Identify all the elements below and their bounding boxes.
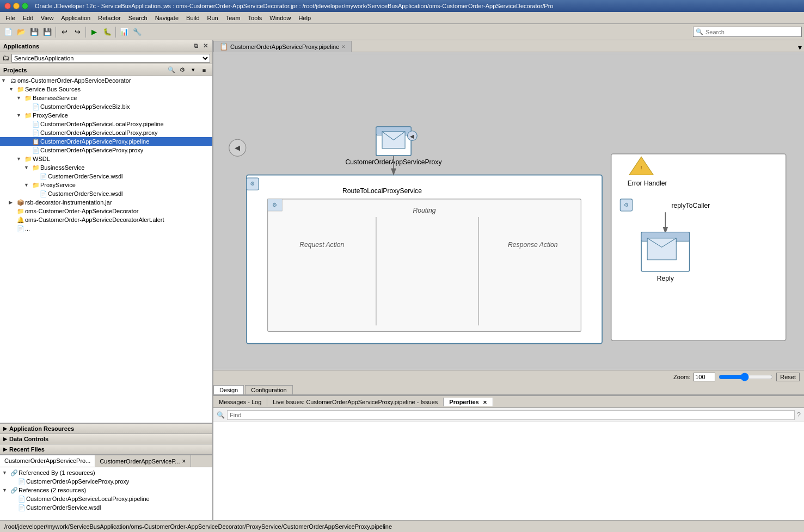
ref-by-header[interactable]: ▼ 🔗 Referenced By (1 resources) xyxy=(1,468,211,477)
tree-item[interactable]: 📄CustomerOrderAppServiceLocalProxy.proxy xyxy=(0,128,212,137)
menu-application[interactable]: Application xyxy=(58,14,94,22)
toolbar-save[interactable]: 💾 xyxy=(28,26,40,38)
svg-text:Routing: Routing xyxy=(413,207,436,214)
editor-tab-pipeline[interactable]: 📋 CustomerOrderAppServiceProxy.pipeline … xyxy=(213,41,352,52)
tree-item[interactable]: 📋CustomerOrderAppServiceProxy.pipeline xyxy=(0,137,212,146)
zoom-slider[interactable] xyxy=(719,373,773,381)
toolbar-extra2[interactable]: 🔧 xyxy=(131,26,143,38)
bottom-tab-properties[interactable]: Properties ✕ xyxy=(444,398,493,406)
data-controls-section[interactable]: ▶ Data Controls xyxy=(0,434,212,444)
tree-expander: ▶ xyxy=(9,200,16,205)
tree-label: CustomerOrderAppServiceLocalProxy.pipeli… xyxy=(40,121,164,127)
projects-settings-btn[interactable]: ⚙ xyxy=(177,65,187,75)
recent-files-expand-icon: ▶ xyxy=(3,447,7,452)
zoom-reset-button[interactable]: Reset xyxy=(776,373,800,381)
tree-item[interactable]: 📄CustomerOrderAppServiceProxy.proxy xyxy=(0,146,212,154)
find-input[interactable] xyxy=(227,410,795,420)
toolbar-save-all[interactable]: 💾 xyxy=(41,26,53,38)
projects-search-btn[interactable]: 🔍 xyxy=(167,65,176,75)
tree-item[interactable]: ▼📁Service Bus Sources xyxy=(0,85,212,94)
design-tab-configuration[interactable]: Configuration xyxy=(245,385,292,394)
tree-item[interactable]: 📄CustomerOrderAppServiceBiz.bix xyxy=(0,102,212,111)
tree-item[interactable]: ▼📁BusinessService xyxy=(0,94,212,102)
toolbar-new[interactable]: 📄 xyxy=(2,26,14,38)
editor-tab-menu-btn[interactable]: ▾ xyxy=(796,43,804,52)
tree-item[interactable]: ▼📁ProxyService xyxy=(0,111,212,120)
bottom-tab-properties-close[interactable]: ✕ xyxy=(483,400,487,405)
toolbar-undo[interactable]: ↩ xyxy=(58,26,70,38)
close-button[interactable] xyxy=(4,3,11,9)
tree-icon: 🔔 xyxy=(16,216,25,224)
help-icon[interactable]: ? xyxy=(797,411,801,419)
refs-item-1[interactable]: 📄 CustomerOrderAppServiceLocalProxy.pipe… xyxy=(1,494,211,503)
tree-label: rsb-decorator-instrumentation.jar xyxy=(25,199,112,206)
editor-tab-close[interactable]: ✕ xyxy=(341,44,346,50)
menu-team[interactable]: Team xyxy=(223,14,244,22)
menu-tools[interactable]: Tools xyxy=(245,14,266,22)
design-tab-design[interactable]: Design xyxy=(213,385,244,394)
menu-window[interactable]: Window xyxy=(266,14,294,22)
menu-bar: File Edit View Application Refactor Sear… xyxy=(0,12,804,24)
svg-rect-13 xyxy=(268,199,581,332)
applications-float-icon[interactable]: ⧉ xyxy=(192,42,200,50)
app-resources-section[interactable]: ▶ Application Resources xyxy=(0,424,212,434)
tree-item[interactable]: 📄CustomerOrderAppServiceLocalProxy.pipel… xyxy=(0,120,212,128)
tree-item[interactable]: 📄... xyxy=(0,224,212,233)
projects-filter-btn[interactable]: ▾ xyxy=(188,65,198,75)
menu-build[interactable]: Build xyxy=(183,14,202,22)
toolbar-extra1[interactable]: 📊 xyxy=(118,26,130,38)
svg-text:Error Handler: Error Handler xyxy=(628,180,667,188)
toolbar-open[interactable]: 📂 xyxy=(15,26,27,38)
ref-by-item-1[interactable]: 📄 CustomerOrderAppServiceProxy.proxy xyxy=(1,477,211,486)
toolbar-redo[interactable]: ↪ xyxy=(71,26,83,38)
tree-item[interactable]: ▼📁ProxyService xyxy=(0,181,212,189)
menu-file[interactable]: File xyxy=(2,14,19,22)
tree-item[interactable]: 📁oms-CustomerOrder-AppServiceDecorator xyxy=(0,207,212,215)
menu-help[interactable]: Help xyxy=(295,14,314,22)
tree-item[interactable]: 📄CustomerOrderService.wsdl xyxy=(0,189,212,198)
refs-item-2-icon: 📄 xyxy=(17,504,26,511)
zoom-bar: Zoom: Reset xyxy=(213,370,804,383)
menu-navigate[interactable]: Navigate xyxy=(152,14,182,22)
tree-item[interactable]: 🔔oms-CustomerOrder-AppServiceDecoratorAl… xyxy=(0,215,212,224)
maximize-button[interactable] xyxy=(22,3,28,9)
app-resources-label: Application Resources xyxy=(9,425,74,432)
left-tab-1[interactable]: CustomerOrderAppServicePro... xyxy=(0,455,95,467)
projects-more-btn[interactable]: ≡ xyxy=(199,65,209,75)
svg-text:◀: ◀ xyxy=(410,133,414,139)
refs-item-2[interactable]: 📄 CustomerOrderService.wsdl xyxy=(1,503,211,512)
bottom-tab-live-issues[interactable]: Live Issues: CustomerOrderAppServiceProx… xyxy=(267,398,444,406)
zoom-input[interactable] xyxy=(693,373,715,381)
app-dropdown[interactable]: ServiceBusApplication xyxy=(11,54,210,63)
menu-edit[interactable]: Edit xyxy=(20,14,36,22)
main-layout: Applications ⧉ ✕ 🗂 ServiceBusApplication… xyxy=(0,40,804,520)
tree-label: BusinessService xyxy=(40,164,84,171)
tree-label: CustomerOrderService.wsdl xyxy=(48,190,123,197)
toolbar-debug[interactable]: 🐛 xyxy=(101,26,113,38)
search-input[interactable] xyxy=(705,29,799,35)
left-tab-2-close[interactable]: ✕ xyxy=(182,459,186,464)
menu-refactor[interactable]: Refactor xyxy=(95,14,124,22)
tree-item[interactable]: ▼🗂oms-CustomerOrder-AppServiceDecorator xyxy=(0,76,212,85)
applications-close-icon[interactable]: ✕ xyxy=(201,42,209,50)
menu-run[interactable]: Run xyxy=(204,14,222,22)
tree-item[interactable]: 📄CustomerOrderService.wsdl xyxy=(0,172,212,181)
tree-item[interactable]: ▶📦rsb-decorator-instrumentation.jar xyxy=(0,198,212,207)
bottom-tab-messages[interactable]: Messages - Log xyxy=(213,398,267,406)
tree-expander: ▼ xyxy=(9,86,16,92)
recent-files-section[interactable]: ▶ Recent Files xyxy=(0,444,212,455)
tree-label: CustomerOrderAppServiceLocalProxy.proxy xyxy=(40,129,158,136)
toolbar-run[interactable]: ▶ xyxy=(88,26,100,38)
refs-header[interactable]: ▼ 🔗 References (2 resources) xyxy=(1,486,211,494)
tree-item[interactable]: ▼📁BusinessService xyxy=(0,163,212,172)
tree-item[interactable]: ▼📁WSDL xyxy=(0,154,212,163)
menu-view[interactable]: View xyxy=(38,14,57,22)
minimize-button[interactable] xyxy=(13,3,20,9)
toolbar-search-box[interactable]: 🔍 xyxy=(693,27,802,37)
bottom-tab-live-issues-label: Live Issues: CustomerOrderAppServiceProx… xyxy=(273,399,438,405)
bottom-sections: ▶ Application Resources ▶ Data Controls … xyxy=(0,423,212,455)
bottom-tab-properties-label: Properties xyxy=(449,399,478,405)
window-controls[interactable] xyxy=(4,3,28,9)
menu-search[interactable]: Search xyxy=(125,14,151,22)
left-tab-2[interactable]: CustomerOrderAppServiceP... ✕ xyxy=(95,455,191,467)
